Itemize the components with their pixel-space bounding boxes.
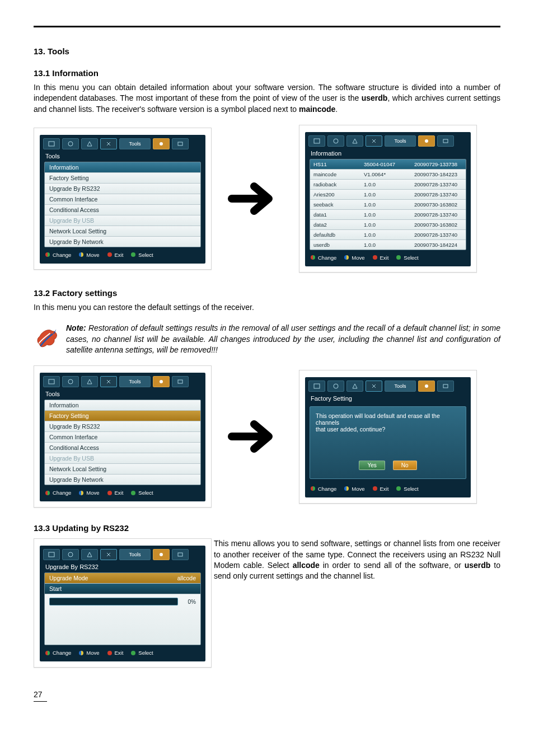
nav-dot [79,252,83,257]
menu-item-upg-network[interactable]: Upgrade By Network [45,237,200,247]
menu-item-information[interactable]: Information [45,400,200,411]
nav-dot [107,651,112,655]
svg-point-6 [425,139,428,143]
top-rule [34,26,500,27]
footer-move: Move [352,486,364,492]
tab-icon[interactable] [153,376,170,387]
para-13-2: In this menu you can restore the default… [34,302,500,313]
tab-icon-active[interactable] [366,381,382,392]
menu-item-ca[interactable]: Conditional Access [45,205,200,215]
rs-mode-row[interactable]: Upgrade Mode allcode [45,573,200,584]
rs-start-row[interactable]: Start [45,584,200,594]
tab-icon[interactable] [418,381,435,392]
tab-icon[interactable] [81,138,98,149]
tab-icon[interactable] [43,376,60,387]
menu-item-information[interactable]: Information [45,162,200,173]
nav-dot [396,255,401,260]
tools-menu-panel: Information Factory Setting Upgrade By R… [44,400,201,485]
tab-icon-active[interactable] [100,549,117,560]
info-cell: userdb [310,240,360,250]
menu-item-network-local[interactable]: Network Local Setting [45,226,200,237]
tab-icon[interactable] [327,381,344,392]
nav-dot [79,651,83,655]
footer-select: Select [138,252,153,258]
info-cell: 20090730-163802 [411,200,466,209]
tab-label[interactable]: Tools [385,135,416,147]
no-button[interactable]: No [393,461,417,470]
tab-icon[interactable] [81,549,98,560]
nav-dot [344,255,349,260]
tab-icon[interactable] [153,138,170,149]
footer-change: Change [53,490,71,496]
tab-label[interactable]: Tools [119,549,151,560]
info-row[interactable]: data1 1.0.0 20090728-133740 [310,210,466,220]
tab-icon[interactable] [153,549,170,560]
tab-label[interactable]: Tools [119,138,151,149]
para-13-3-b1: allcode [293,561,320,570]
para-13-1: In this menu you can obtain detailed inf… [34,82,500,115]
footer-move: Move [86,252,99,258]
info-row[interactable]: userdb 1.0.0 20090730-184224 [310,240,466,250]
menu-item-ca[interactable]: Conditional Access [45,443,200,453]
tab-icon[interactable] [43,549,60,560]
tab-icon[interactable] [346,135,363,147]
nav-dot [45,491,50,495]
info-row[interactable]: radioback 1.0.0 20090728-133740 [310,180,466,190]
arrow-icon [222,414,289,459]
tab-icon-active[interactable] [100,138,117,149]
tab-icon[interactable] [62,376,79,387]
tab-icon[interactable] [437,135,454,147]
info-row[interactable]: maincode V1.0064* 20090730-184223 [310,170,466,180]
menu-item-upg-network[interactable]: Upgrade By Network [45,475,200,485]
tab-icon[interactable] [308,381,325,392]
menu-item-usb[interactable]: Upgrade By USB [45,453,200,464]
tab-icon[interactable] [81,376,98,387]
menu-item-usb[interactable]: Upgrade By USB [45,215,200,226]
tv-footer: Change Move Exit Select [40,485,205,497]
menu-item-rs232[interactable]: Upgrade By RS232 [45,184,200,194]
tab-icon[interactable] [62,138,79,149]
footer-exit: Exit [115,650,124,656]
info-row[interactable]: HS11 35004-01047 20090729-133738 [310,159,466,170]
tab-icon[interactable] [43,138,60,149]
tab-label[interactable]: Tools [385,381,416,392]
info-row[interactable]: data2 1.0.0 20090730-163802 [310,220,466,230]
tab-icon[interactable] [172,549,189,560]
svg-rect-3 [178,142,182,145]
tab-icon[interactable] [346,381,363,392]
menu-item-ci[interactable]: Common Interface [45,432,200,443]
tab-icon[interactable] [172,376,189,387]
info-row[interactable]: Aries200 1.0.0 20090728-133740 [310,190,466,200]
svg-rect-0 [49,142,54,146]
tv-tabs: Tools [40,373,205,389]
menu-item-ci[interactable]: Common Interface [45,194,200,205]
footer-exit: Exit [380,486,389,492]
tab-icon[interactable] [308,135,325,147]
info-row[interactable]: defaultdb 1.0.0 20090728-133740 [310,230,466,240]
tab-icon-active[interactable] [366,135,382,147]
tab-icon[interactable] [437,381,454,392]
tv-factory-dialog: Tools Factory Setting This operation wil… [299,370,477,504]
tv-footer: Change Move Exit Select [305,481,471,493]
tab-icon[interactable] [172,138,189,149]
svg-rect-15 [443,384,448,388]
footer-change: Change [53,252,71,258]
arrow-icon [222,176,289,221]
nav-dot [131,651,135,655]
menu-item-rs232[interactable]: Upgrade By RS232 [45,421,200,432]
page-number: 27 [34,690,47,702]
progress-bar [49,598,178,605]
tab-icon[interactable] [327,135,344,147]
menu-item-factory[interactable]: Factory Setting [45,411,200,421]
nav-dot [107,252,112,257]
tab-icon-active[interactable] [100,376,117,387]
info-row[interactable]: seeback 1.0.0 20090730-163802 [310,200,466,210]
tab-label[interactable]: Tools [119,376,151,387]
menu-item-network-local[interactable]: Network Local Setting [45,464,200,475]
tab-icon[interactable] [418,135,435,147]
note-text: Note: Restoration of default settings re… [66,323,500,355]
panel-title: Factory Setting [305,394,471,404]
tab-icon[interactable] [62,549,79,560]
yes-button[interactable]: Yes [359,461,385,470]
menu-item-factory[interactable]: Factory Setting [45,173,200,184]
